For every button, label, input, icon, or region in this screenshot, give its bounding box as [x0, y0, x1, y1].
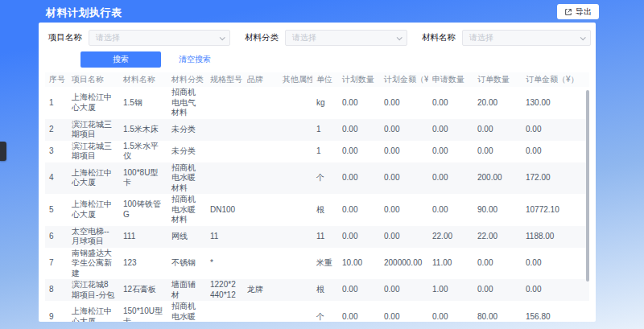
- material-plan-table: 序号项目名称材料名称材料分类规格型号品牌其他属性单位计划数量计划金额（¥）申请数…: [45, 72, 589, 322]
- table-cell: 9: [45, 301, 68, 322]
- table-row[interactable]: 9上海松江中心大厦150*10U型卡招商机电水暖材料个0.000.000.008…: [45, 301, 589, 322]
- table-cell: 0.00: [428, 119, 473, 141]
- table-cell: 招商机电水暖材料: [167, 301, 206, 322]
- column-header: 其他属性: [279, 72, 312, 87]
- table-cell: 0.00: [338, 279, 380, 301]
- select-placeholder: 请选择: [96, 32, 120, 43]
- clear-search-link[interactable]: 清空搜索: [179, 54, 211, 65]
- action-bar: 搜索 清空搜索: [80, 51, 589, 68]
- table-cell: 200000.00: [380, 248, 428, 280]
- filter-label: 材料分类: [245, 32, 279, 43]
- table-cell: [279, 87, 312, 119]
- table-cell: 1.00: [428, 279, 473, 301]
- table-cell: [243, 248, 279, 280]
- table-cell: 12石膏板: [119, 279, 167, 301]
- chevron-down-icon: [397, 35, 402, 40]
- table-row[interactable]: 2滨江花城三期项目1.5米木床未分类10.000.000.000.000.00: [45, 119, 589, 141]
- chevron-down-icon: [580, 35, 586, 40]
- table-row[interactable]: 3滨江花城三期项目1.5米水平仪未分类10.000.000.000.000.00: [45, 141, 589, 162]
- table-cell: 7: [45, 248, 68, 280]
- column-header: 品牌: [243, 72, 279, 87]
- table-cell: 上海松江中心大厦: [68, 87, 119, 119]
- table-cell: 5: [45, 194, 68, 226]
- table-container: 序号项目名称材料名称材料分类规格型号品牌其他属性单位计划数量计划金额（¥）申请数…: [45, 72, 589, 322]
- table-cell: 0.00: [338, 162, 380, 195]
- export-button[interactable]: 导出: [557, 4, 599, 19]
- table-cell: 0.00: [338, 87, 380, 119]
- table-cell: [243, 301, 279, 322]
- table-cell: 100*8U型卡: [119, 162, 167, 195]
- column-header: 序号: [45, 72, 68, 87]
- table-row[interactable]: 8滨江花城8期项目-分包12石膏板墙面辅材1220*2440*12龙牌根0.00…: [45, 279, 589, 301]
- search-button[interactable]: 搜索: [80, 51, 161, 68]
- table-cell: 22.00: [428, 226, 473, 248]
- table-cell: 150*10U型卡: [119, 301, 167, 322]
- filter-material-name: 材料名称 请选择: [422, 30, 591, 46]
- table-cell: [206, 301, 243, 322]
- table-cell: [206, 119, 243, 141]
- vertical-scrollbar[interactable]: [586, 90, 589, 282]
- table-cell: 滨江花城8期项目-分包: [68, 279, 119, 301]
- table-row[interactable]: 6太空电梯--月球项目111网线11110.000.0022.0022.0011…: [45, 226, 589, 248]
- table-cell: kg: [312, 87, 338, 119]
- column-header: 计划数量: [338, 72, 380, 87]
- select-placeholder: 请选择: [292, 32, 316, 43]
- filter-project-name: 项目名称 请选择: [48, 30, 230, 46]
- table-cell: 0.00: [428, 87, 473, 119]
- table-cell: 南钢盛达大学生公寓新建: [68, 248, 119, 280]
- table-cell: [243, 87, 279, 119]
- table-cell: 上海松江中心大厦: [68, 301, 119, 322]
- table-cell: 20.00: [473, 87, 522, 119]
- filter-material-category: 材料分类 请选择: [245, 30, 407, 46]
- table-row[interactable]: 4上海松江中心大厦100*8U型卡招商机电水暖材料个0.000.000.0020…: [45, 162, 589, 195]
- table-cell: 1188.00: [522, 226, 589, 248]
- table-cell: 上海松江中心大厦: [68, 162, 119, 195]
- table-cell: [279, 301, 312, 322]
- table-cell: [279, 141, 312, 162]
- table-cell: 0.00: [380, 301, 428, 322]
- table-cell: 10772.10: [522, 194, 589, 226]
- table-row[interactable]: 5上海松江中心大厦100铸铁管G招商机电水暖材料DN100根0.000.000.…: [45, 194, 589, 226]
- table-cell: 滨江花城三期项目: [68, 141, 119, 162]
- table-cell: 11.00: [428, 248, 473, 280]
- table-cell: 未分类: [167, 119, 206, 141]
- project-name-select[interactable]: 请选择: [89, 30, 230, 46]
- table-cell: 招商机电电气材料: [167, 87, 206, 119]
- table-cell: 招商机电水暖材料: [167, 162, 206, 195]
- select-placeholder: 请选择: [469, 32, 493, 43]
- filter-label: 材料名称: [422, 32, 456, 43]
- table-cell: 0.00: [338, 301, 380, 322]
- table-cell: 0.00: [380, 141, 428, 162]
- table-cell: 1: [45, 87, 68, 119]
- column-header: 材料分类: [167, 72, 206, 87]
- table-cell: 80.00: [473, 301, 522, 322]
- table-cell: 200.00: [473, 162, 522, 195]
- table-body: 1上海松江中心大厦1.5钢招商机电电气材料kg0.000.000.0020.00…: [45, 87, 589, 322]
- table-cell: 上海松江中心大厦: [68, 194, 119, 226]
- table-cell: [243, 194, 279, 226]
- column-header: 申请数量: [428, 72, 473, 87]
- table-row[interactable]: 7南钢盛达大学生公寓新建123不锈钢*米重10.00200000.0011.00…: [45, 248, 589, 280]
- table-cell: 网线: [167, 226, 206, 248]
- table-header-row: 序号项目名称材料名称材料分类规格型号品牌其他属性单位计划数量计划金额（¥）申请数…: [45, 72, 589, 87]
- table-cell: 2: [45, 119, 68, 141]
- table-cell: 11: [206, 226, 243, 248]
- table-cell: [243, 141, 279, 162]
- material-name-select[interactable]: 请选择: [462, 30, 591, 46]
- table-cell: 6: [45, 226, 68, 248]
- table-cell: 0.00: [522, 119, 589, 141]
- table-cell: 太空电梯--月球项目: [68, 226, 119, 248]
- drawer-handle[interactable]: [0, 142, 6, 161]
- table-cell: 0.00: [380, 279, 428, 301]
- table-cell: 0.00: [428, 301, 473, 322]
- table-cell: 未分类: [167, 141, 206, 162]
- page-title: 材料计划执行表: [46, 6, 122, 20]
- table-cell: [279, 194, 312, 226]
- material-category-select[interactable]: 请选择: [285, 30, 407, 46]
- table-row[interactable]: 1上海松江中心大厦1.5钢招商机电电气材料kg0.000.000.0020.00…: [45, 87, 589, 119]
- table-cell: 0.00: [380, 226, 428, 248]
- table-cell: 1.5米木床: [119, 119, 167, 141]
- table-cell: 0.00: [380, 119, 428, 141]
- table-cell: 0.00: [380, 162, 428, 195]
- table-cell: 米重: [312, 248, 338, 280]
